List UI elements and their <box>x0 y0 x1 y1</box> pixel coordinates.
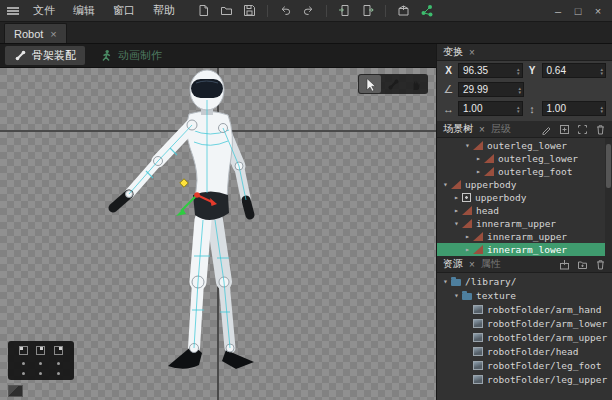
tab-close-icon[interactable]: × <box>50 28 56 40</box>
trash-icon[interactable] <box>594 258 606 270</box>
pencil-icon[interactable] <box>540 123 552 135</box>
resource-tree-row[interactable]: robotFolder/head <box>437 344 612 358</box>
import-box-icon[interactable] <box>558 258 570 270</box>
maximize-icon[interactable]: □ <box>568 1 588 21</box>
scale-row: ↔ 1.00 ▴▾ ↕ 1.00 ▴▾ <box>437 99 612 118</box>
resource-tree-row[interactable]: robotFolder/leg_foot <box>437 358 612 372</box>
scene-tree-row[interactable]: ▸ head <box>437 204 612 217</box>
anchor-dot[interactable] <box>22 372 25 375</box>
resource-label: robotFolder/head <box>487 346 579 357</box>
tab-resources[interactable]: 资源 <box>443 257 463 271</box>
expand-arrow-icon[interactable]: ▸ <box>452 206 461 215</box>
expand-arrow-icon[interactable]: ▾ <box>452 291 461 300</box>
node-type-icon <box>462 193 471 202</box>
anchor-top-right-icon[interactable] <box>54 346 63 355</box>
menu-item[interactable]: 窗口 <box>104 0 144 21</box>
x-input[interactable]: 96.35 ▴▾ <box>458 63 523 78</box>
expand-arrow-icon[interactable]: ▸ <box>474 167 483 176</box>
resource-tree-row[interactable]: robotFolder/leg_upper <box>437 372 612 386</box>
select-tool-icon[interactable] <box>359 75 381 93</box>
scene-tree-row[interactable]: ▸ upperbody <box>437 191 612 204</box>
close-icon[interactable]: × <box>588 1 608 21</box>
resource-tree-row[interactable]: robotFolder/arm_hand <box>437 302 612 316</box>
undo-icon[interactable] <box>278 3 293 18</box>
expand-arrow-icon[interactable]: ▾ <box>463 141 472 150</box>
tab-scene-tree[interactable]: 场景树 <box>443 122 473 136</box>
expand-arrow-icon[interactable]: ▾ <box>441 180 450 189</box>
node-type-icon <box>473 232 483 241</box>
anchor-dot[interactable] <box>39 372 42 375</box>
scene-tree-row[interactable]: ▾ outerleg_lower <box>437 139 612 152</box>
bone-tool-icon[interactable] <box>382 75 404 93</box>
node-label: outerleg_lower <box>498 153 578 164</box>
resource-tree-row[interactable]: robotFolder/arm_upper <box>437 330 612 344</box>
anchor-dot[interactable] <box>57 372 60 375</box>
tab-properties[interactable]: 属性 <box>481 257 501 271</box>
animation-button[interactable]: 动画制作 <box>91 46 171 65</box>
mode-bar: 骨架装配 动画制作 <box>0 44 436 68</box>
new-folder-icon[interactable] <box>576 258 588 270</box>
scene-tree-scrollbar[interactable] <box>605 138 612 256</box>
scene-tree-row[interactable]: ▾ upperbody <box>437 178 612 191</box>
menu-item[interactable]: 编辑 <box>64 0 104 21</box>
anchor-dot[interactable] <box>39 362 42 365</box>
rotation-stepper[interactable]: ▴▾ <box>518 86 521 94</box>
rotation-input[interactable]: 29.99 ▴▾ <box>458 82 524 97</box>
tab-label: Robot <box>14 28 43 40</box>
expand-arrow-icon[interactable]: ▾ <box>452 219 461 228</box>
x-stepper[interactable]: ▴▾ <box>517 67 520 75</box>
scene-tree-close-icon[interactable]: × <box>479 124 485 135</box>
menu-item[interactable]: 帮助 <box>144 0 184 21</box>
anchor-top-left-icon[interactable] <box>19 346 28 355</box>
add-box-icon[interactable] <box>558 123 570 135</box>
open-folder-icon[interactable] <box>219 3 234 18</box>
scene-tree-row[interactable]: ▸ innerarm_upper <box>437 230 612 243</box>
y-stepper[interactable]: ▴▾ <box>600 67 603 75</box>
resources-header-toolbar <box>558 258 606 270</box>
resource-label: texture <box>476 290 516 301</box>
app-menu-icon[interactable] <box>4 4 22 18</box>
scene-tree: ▾ outerleg_lower ▸ outerleg_lower ▸ oute… <box>437 138 612 256</box>
transform-close-icon[interactable]: × <box>469 47 475 58</box>
scale-y-input[interactable]: 1.00 ▴▾ <box>542 101 607 116</box>
resource-tree-row[interactable]: robotFolder/arm_lower <box>437 316 612 330</box>
scene-preview-icon[interactable] <box>8 385 23 397</box>
y-input[interactable]: 0.64 ▴▾ <box>542 63 607 78</box>
nodes-icon[interactable] <box>419 3 434 18</box>
tab-robot[interactable]: Robot × <box>4 23 67 43</box>
expand-arrow-icon[interactable]: ▸ <box>452 193 461 202</box>
viewport-canvas[interactable] <box>0 68 436 400</box>
frame-icon[interactable] <box>576 123 588 135</box>
expand-arrow-icon[interactable]: ▸ <box>463 232 472 241</box>
resource-tree-row[interactable]: ▾ /library/ <box>437 274 612 288</box>
scene-tree-row[interactable]: ▸ innerarm_lower <box>437 243 612 256</box>
scene-tree-row[interactable]: ▸ outerleg_lower <box>437 152 612 165</box>
anchor-top-center-icon[interactable] <box>36 346 45 355</box>
menu-item[interactable]: 文件 <box>24 0 64 21</box>
resources-close-icon[interactable]: × <box>469 259 475 270</box>
export-icon[interactable] <box>360 3 375 18</box>
expand-arrow-icon[interactable]: ▸ <box>474 154 483 163</box>
minimize-icon[interactable]: – <box>548 1 568 21</box>
anchor-dot[interactable] <box>22 362 25 365</box>
scene-tree-row[interactable]: ▾ innerarm_upper <box>437 217 612 230</box>
scale-y-stepper[interactable]: ▴▾ <box>600 105 603 113</box>
new-file-icon[interactable] <box>196 3 211 18</box>
save-icon[interactable] <box>242 3 257 18</box>
scene-tree-row[interactable]: ▸ outerleg_foot <box>437 165 612 178</box>
expand-arrow-icon[interactable]: ▾ <box>441 277 450 286</box>
anchor-dot[interactable] <box>57 362 60 365</box>
scale-x-stepper[interactable]: ▴▾ <box>517 105 520 113</box>
redo-icon[interactable] <box>301 3 316 18</box>
skeleton-assembly-button[interactable]: 骨架装配 <box>5 46 85 65</box>
trash-icon[interactable] <box>594 123 606 135</box>
tab-hierarchy[interactable]: 层级 <box>491 122 511 136</box>
hand-tool-icon[interactable] <box>405 75 427 93</box>
scale-x-input[interactable]: 1.00 ▴▾ <box>458 101 523 116</box>
resource-tree-row[interactable]: ▾ texture <box>437 288 612 302</box>
bone-icon <box>14 49 27 62</box>
scrollbar-thumb[interactable] <box>606 144 611 188</box>
import-icon[interactable] <box>337 3 352 18</box>
expand-arrow-icon[interactable]: ▸ <box>463 245 472 254</box>
package-icon[interactable] <box>396 3 411 18</box>
